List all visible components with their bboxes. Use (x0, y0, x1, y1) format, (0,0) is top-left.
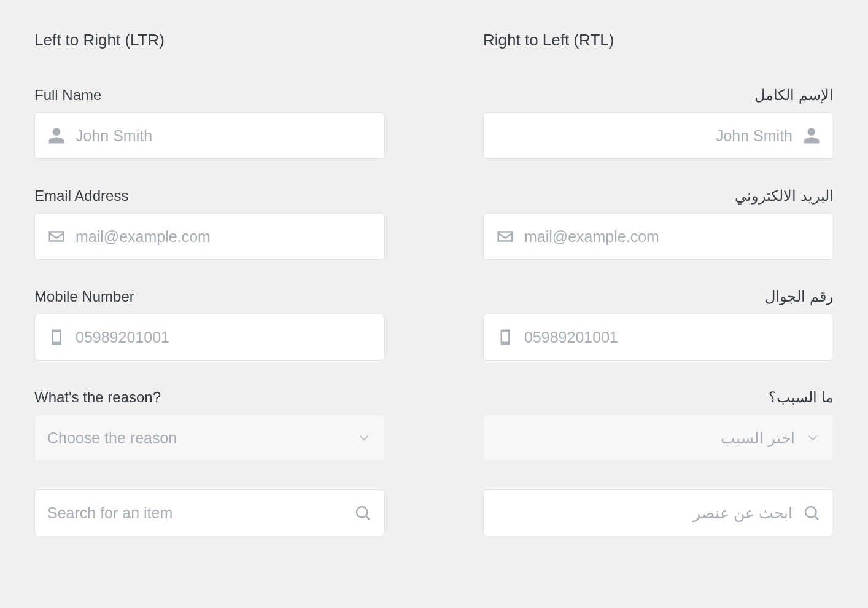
fullname-input[interactable] (76, 113, 372, 158)
envelope-icon (47, 227, 66, 246)
svg-point-2 (805, 507, 816, 518)
rtl-title: Right to Left (RTL) (483, 31, 834, 50)
email-input[interactable] (76, 214, 372, 259)
mobile-input-wrap[interactable] (34, 314, 385, 361)
reason-label: ما السبب؟ (483, 389, 834, 406)
email-input-wrap[interactable] (483, 213, 834, 260)
fullname-input[interactable] (496, 113, 792, 158)
reason-select[interactable]: Choose the reason (34, 415, 385, 461)
email-label: Email Address (34, 187, 385, 205)
svg-point-0 (357, 507, 368, 518)
reason-select[interactable]: اختر السبب (483, 415, 834, 461)
ltr-reason-field: What's the reason? Choose the reason (34, 389, 385, 461)
mobile-icon (496, 328, 514, 346)
email-label: البريد الالكتروني (483, 187, 834, 205)
search-input-wrap[interactable] (34, 489, 385, 536)
fullname-input-wrap[interactable] (483, 112, 834, 159)
fullname-label: الإسم الكامل (483, 87, 834, 104)
mobile-input[interactable] (76, 314, 372, 360)
ltr-search-field (34, 489, 385, 536)
search-input[interactable] (47, 490, 344, 536)
rtl-reason-field: ما السبب؟ اختر السبب (483, 389, 834, 461)
chevron-down-icon (356, 430, 372, 446)
rtl-search-field (483, 489, 834, 536)
mobile-input[interactable] (524, 314, 821, 360)
svg-line-3 (815, 516, 818, 520)
ltr-mobile-field: Mobile Number (34, 288, 385, 361)
rtl-column: Right to Left (RTL) الإسم الكامل البريد … (483, 31, 834, 564)
ltr-title: Left to Right (LTR) (34, 31, 385, 50)
chevron-down-icon (805, 430, 821, 446)
search-icon (802, 504, 821, 522)
rtl-email-field: البريد الالكتروني (483, 187, 834, 260)
fullname-input-wrap[interactable] (34, 112, 385, 159)
search-icon (354, 504, 372, 522)
reason-placeholder: اختر السبب (496, 429, 795, 447)
user-icon (802, 127, 821, 145)
ltr-column: Left to Right (LTR) Full Name Email Addr… (34, 31, 385, 564)
rtl-mobile-field: رقم الجوال (483, 288, 834, 361)
mobile-input-wrap[interactable] (483, 314, 834, 361)
search-input-wrap[interactable] (483, 489, 834, 536)
fullname-label: Full Name (34, 87, 385, 104)
mobile-label: Mobile Number (34, 288, 385, 305)
email-input-wrap[interactable] (34, 213, 385, 260)
rtl-fullname-field: الإسم الكامل (483, 87, 834, 159)
user-icon (47, 127, 66, 145)
svg-line-1 (366, 516, 370, 520)
reason-placeholder: Choose the reason (47, 429, 346, 447)
mobile-icon (47, 328, 66, 346)
reason-label: What's the reason? (34, 389, 385, 406)
ltr-email-field: Email Address (34, 187, 385, 260)
mobile-label: رقم الجوال (483, 288, 834, 305)
email-input[interactable] (524, 214, 821, 259)
search-input[interactable] (496, 490, 792, 536)
envelope-icon (496, 227, 514, 246)
ltr-fullname-field: Full Name (34, 87, 385, 159)
